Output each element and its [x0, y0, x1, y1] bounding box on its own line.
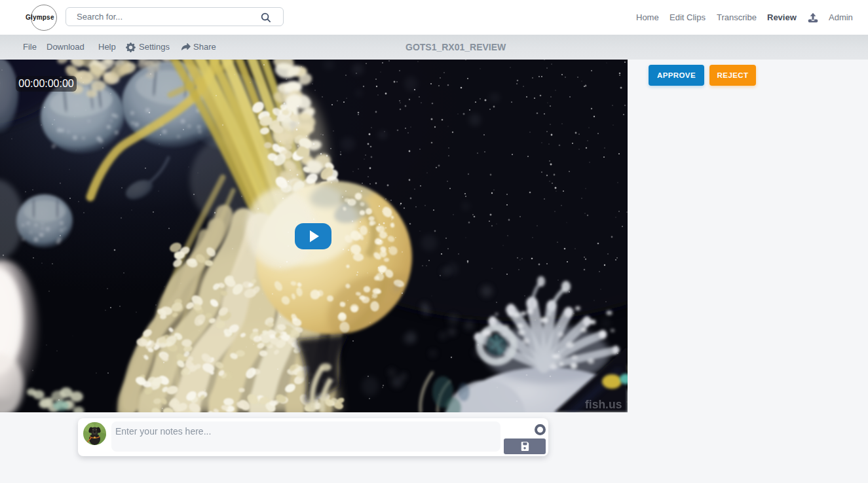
svg-text:fish.us: fish.us: [585, 398, 622, 411]
